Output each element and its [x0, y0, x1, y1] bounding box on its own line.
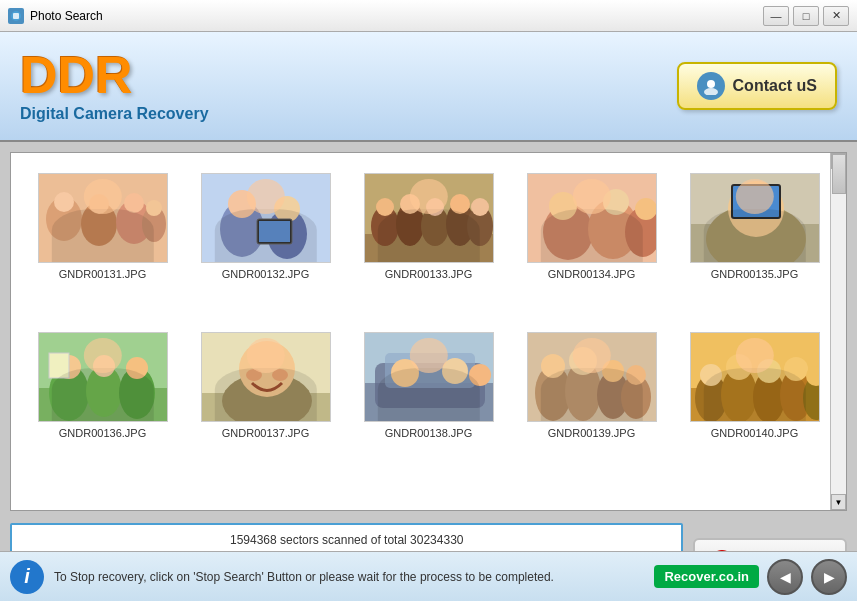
svg-point-3: [704, 88, 718, 95]
svg-point-76: [626, 365, 646, 385]
svg-rect-40: [691, 174, 820, 263]
photo-thumbnail: [364, 332, 494, 422]
list-item[interactable]: GNDR00136.JPG: [26, 332, 179, 481]
logo-area: DDR Digital Camera Recovery: [20, 49, 209, 123]
logo-subtitle: Digital Camera Recovery: [20, 105, 209, 123]
list-item[interactable]: GNDR00137.JPG: [189, 332, 342, 481]
svg-rect-55: [202, 333, 331, 422]
svg-point-70: [541, 354, 565, 378]
back-button[interactable]: ◀: [767, 559, 803, 595]
photo-grid-container: GNDR00131.JPG GNDR00132.JPG GNDR00133.JP…: [10, 152, 847, 511]
photo-thumbnail: [690, 173, 820, 263]
photo-thumbnail: [38, 332, 168, 422]
scrollbar[interactable]: ▲ ▼: [830, 153, 846, 510]
svg-point-25: [396, 202, 424, 246]
svg-rect-78: [691, 388, 820, 422]
svg-point-84: [757, 359, 781, 383]
svg-point-69: [535, 365, 571, 421]
list-item[interactable]: GNDR00131.JPG: [26, 173, 179, 322]
svg-point-79: [695, 374, 727, 422]
photo-filename: GNDR00135.JPG: [711, 268, 798, 280]
svg-rect-41: [691, 224, 820, 263]
list-item[interactable]: GNDR00133.JPG: [352, 173, 505, 322]
photo-filename: GNDR00139.JPG: [548, 427, 635, 439]
photo-thumbnail: [527, 332, 657, 422]
minimize-button[interactable]: —: [763, 6, 789, 26]
svg-point-15: [220, 201, 264, 257]
svg-point-35: [549, 192, 577, 220]
list-item[interactable]: GNDR00135.JPG: [678, 173, 831, 322]
window-controls: — □ ✕: [763, 6, 849, 26]
svg-point-34: [543, 204, 593, 260]
svg-point-16: [228, 190, 256, 218]
svg-rect-14: [202, 174, 331, 263]
app-title: Photo Search: [30, 9, 103, 23]
photo-thumbnail: [201, 332, 331, 422]
svg-point-51: [93, 355, 115, 377]
svg-point-59: [246, 369, 262, 381]
list-item[interactable]: GNDR00132.JPG: [189, 173, 342, 322]
svg-point-28: [426, 198, 444, 216]
svg-rect-13: [39, 174, 168, 263]
photo-filename: GNDR00137.JPG: [222, 427, 309, 439]
photo-thumbnail: [364, 173, 494, 263]
svg-point-80: [700, 364, 722, 386]
svg-point-53: [126, 357, 148, 379]
app-icon: [8, 8, 24, 24]
photo-grid: GNDR00131.JPG GNDR00132.JPG GNDR00133.JP…: [11, 153, 846, 500]
title-bar: Photo Search — □ ✕: [0, 0, 857, 32]
svg-point-57: [222, 373, 312, 422]
svg-point-67: [469, 364, 491, 386]
svg-point-86: [784, 357, 808, 381]
list-item[interactable]: GNDR00138.JPG: [352, 332, 505, 481]
logo-ddr: DDR: [20, 49, 209, 101]
contact-button[interactable]: Contact uS: [677, 62, 837, 110]
svg-rect-56: [202, 393, 331, 422]
svg-rect-22: [365, 234, 494, 263]
title-bar-left: Photo Search: [8, 8, 103, 24]
photo-thumbnail: [527, 173, 657, 263]
photo-filename: GNDR00133.JPG: [385, 268, 472, 280]
contact-icon: [697, 72, 725, 100]
info-text: To Stop recovery, click on 'Stop Search'…: [54, 570, 644, 584]
close-button[interactable]: ✕: [823, 6, 849, 26]
svg-point-17: [267, 209, 307, 259]
list-item[interactable]: GNDR00134.JPG: [515, 173, 668, 322]
svg-point-72: [569, 347, 597, 375]
svg-rect-54: [49, 353, 69, 378]
svg-point-66: [442, 358, 468, 384]
svg-point-81: [721, 367, 757, 422]
svg-point-18: [274, 196, 300, 222]
photo-thumbnail: [201, 173, 331, 263]
svg-point-30: [450, 194, 470, 214]
progress-text: 1594368 sectors scanned of total 3023433…: [20, 533, 673, 547]
photo-thumbnail: [690, 332, 820, 422]
maximize-button[interactable]: □: [793, 6, 819, 26]
scroll-down-arrow[interactable]: ▼: [831, 494, 846, 510]
info-icon: i: [10, 560, 44, 594]
svg-point-7: [81, 202, 117, 246]
svg-point-50: [86, 365, 122, 417]
svg-point-27: [421, 206, 449, 246]
svg-rect-47: [39, 388, 168, 422]
forward-button[interactable]: ▶: [811, 559, 847, 595]
photo-thumbnail: [38, 173, 168, 263]
main-content: GNDR00131.JPG GNDR00132.JPG GNDR00133.JP…: [0, 142, 857, 521]
svg-point-39: [635, 198, 657, 220]
svg-point-83: [753, 371, 785, 422]
list-item[interactable]: GNDR00140.JPG: [678, 332, 831, 481]
photo-filename: GNDR00138.JPG: [385, 427, 472, 439]
photo-filename: GNDR00134.JPG: [548, 268, 635, 280]
photo-filename: GNDR00131.JPG: [59, 268, 146, 280]
recover-logo: Recover.co.in: [654, 565, 759, 588]
scroll-thumb[interactable]: [832, 154, 846, 194]
app-header: DDR Digital Camera Recovery Contact uS: [0, 32, 857, 142]
svg-point-74: [602, 360, 624, 382]
svg-point-24: [376, 198, 394, 216]
svg-rect-20: [259, 221, 290, 242]
bottom-bar: i To Stop recovery, click on 'Stop Searc…: [0, 551, 857, 601]
nav-area: Recover.co.in ◀ ▶: [654, 559, 847, 595]
list-item[interactable]: GNDR00139.JPG: [515, 332, 668, 481]
svg-point-26: [400, 194, 420, 214]
svg-point-32: [471, 198, 489, 216]
